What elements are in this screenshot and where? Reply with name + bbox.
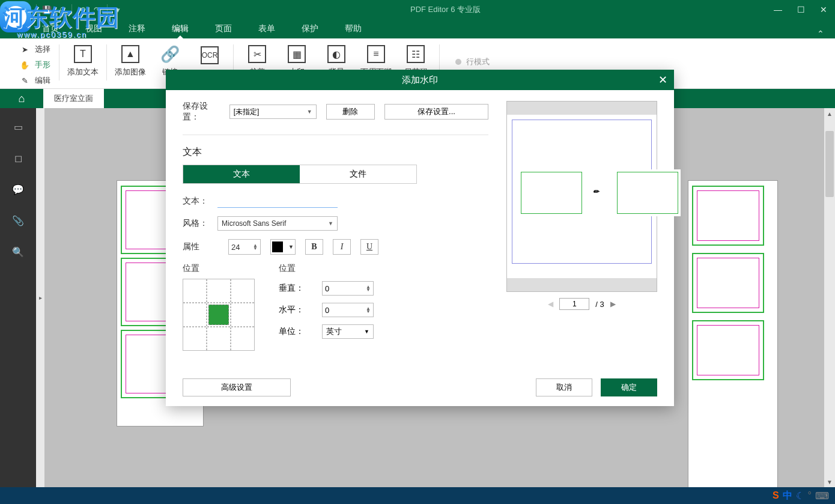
side-panel: ▭ ◻ 💬 📎 🔍 xyxy=(0,108,36,487)
ocr-icon: OCR xyxy=(201,46,219,64)
position-grid-label: 位置 xyxy=(183,263,255,274)
print-icon[interactable]: 🖨 xyxy=(55,3,68,16)
source-tabs: 文本 文件 xyxy=(183,165,417,184)
edit-icon: ✎ xyxy=(19,75,30,86)
comments-icon[interactable]: 💬 xyxy=(11,183,25,196)
bookmarks-icon[interactable]: ◻ xyxy=(11,151,25,165)
hand-tool[interactable]: ✋ 手形 xyxy=(14,58,55,72)
add-watermark-dialog: 添加水印 ✕ 保存设置： [未指定]▼ 删除 保存设置... 文本 文本 文件 xyxy=(166,70,674,406)
text-icon: T xyxy=(74,45,92,63)
line-mode-toggle[interactable]: 行模式 xyxy=(443,38,490,67)
headerfooter-icon: ≡ xyxy=(367,45,385,63)
page-total-label: / 3 xyxy=(595,300,604,309)
menu-edit[interactable]: 编辑 xyxy=(159,19,202,38)
maximize-button[interactable]: ☐ xyxy=(789,0,812,19)
bold-button[interactable]: B xyxy=(305,239,323,255)
undo-icon[interactable]: ↶ xyxy=(76,3,89,16)
redo-icon[interactable]: ↷ xyxy=(90,3,103,16)
dialog-title: 添加水印 ✕ xyxy=(166,70,674,90)
vertical-scrollbar[interactable]: ▲ ▼ xyxy=(824,108,835,487)
delete-button[interactable]: 删除 xyxy=(326,104,375,120)
underline-button[interactable]: U xyxy=(360,239,378,255)
font-size-spinner[interactable]: 24 ▲▼ xyxy=(228,239,261,255)
ime-moon-icon[interactable]: ☾ xyxy=(796,490,804,502)
search-icon[interactable]: 🔍 xyxy=(11,245,25,258)
hand-icon: ✋ xyxy=(19,59,30,70)
vertical-offset-spinner[interactable]: 0▲▼ xyxy=(322,281,374,296)
menubar: 首页 视图 注释 编辑 页面 表单 保护 帮助 ⌃ xyxy=(0,19,835,38)
position-grid[interactable] xyxy=(183,279,255,351)
menu-form[interactable]: 表单 xyxy=(245,19,288,38)
color-swatch xyxy=(272,241,283,252)
bates-icon: ☷ xyxy=(407,45,425,63)
save-setting-dropdown[interactable]: [未指定]▼ xyxy=(229,105,317,119)
panel-expand[interactable]: ▸ xyxy=(36,108,44,487)
attachments-icon[interactable]: 📎 xyxy=(11,214,25,227)
menu-help[interactable]: 帮助 xyxy=(332,19,375,38)
ribbon-collapse-icon[interactable]: ⌃ xyxy=(806,29,835,38)
ime-keyboard-icon[interactable]: ⌨ xyxy=(815,490,829,502)
background-icon: ◐ xyxy=(327,45,345,63)
link-icon: 🔗 xyxy=(161,45,179,63)
font-family-dropdown[interactable]: Microsoft Sans Serif▼ xyxy=(217,216,338,231)
cancel-button[interactable]: 取消 xyxy=(536,378,592,396)
app-title: PDF Editor 6 专业版 xyxy=(124,4,767,15)
radio-icon xyxy=(455,59,461,65)
ime-widget: S 中 ☾ ° ⌨ xyxy=(767,487,835,504)
menu-home[interactable]: 首页 xyxy=(29,19,72,38)
style-label: 风格： xyxy=(183,218,208,229)
save-settings-button[interactable]: 保存设置... xyxy=(384,104,488,120)
menu-protect[interactable]: 保护 xyxy=(288,19,332,38)
save-setting-label: 保存设置： xyxy=(183,101,220,123)
select-tool[interactable]: ➤ 选择 xyxy=(14,42,55,56)
font-color-button[interactable]: ▼ xyxy=(270,239,296,255)
qat-dropdown-icon[interactable]: ▾ xyxy=(111,3,124,16)
watermark-icon: ▦ xyxy=(288,45,306,63)
watermark-text-input[interactable] xyxy=(217,195,338,208)
close-button[interactable]: ✕ xyxy=(812,0,835,19)
menu-view[interactable]: 视图 xyxy=(72,19,115,38)
unit-dropdown[interactable]: 英寸▼ xyxy=(322,324,374,339)
tab-text[interactable]: 文本 xyxy=(183,165,300,183)
page-number-input[interactable]: 1 xyxy=(559,298,589,310)
preview-pager: ◀ 1 / 3 ▶ xyxy=(506,298,657,310)
add-image-button[interactable]: ▲ 添加图像 xyxy=(111,38,150,84)
document-tab[interactable]: 医疗室立面 xyxy=(43,89,104,108)
position-anchor[interactable] xyxy=(208,305,229,325)
ime-sogou-icon[interactable]: S xyxy=(773,490,779,501)
dialog-close-button[interactable]: ✕ xyxy=(655,72,670,88)
add-text-button[interactable]: T 添加文本 xyxy=(63,38,103,84)
position-offset-label: 位置 xyxy=(279,263,374,274)
italic-button[interactable]: I xyxy=(333,239,351,255)
image-icon: ▲ xyxy=(121,45,139,63)
menu-page[interactable]: 页面 xyxy=(202,19,245,38)
page-prev-button[interactable]: ◀ xyxy=(548,300,553,308)
ok-button[interactable]: 确定 xyxy=(601,378,657,396)
tab-home[interactable]: ⌂ xyxy=(0,89,43,108)
unit-label: 单位： xyxy=(279,326,304,337)
document-page xyxy=(688,180,778,487)
site-logo xyxy=(0,1,31,32)
ime-language-icon[interactable]: 中 xyxy=(783,490,792,502)
horizontal-label: 水平： xyxy=(279,305,304,315)
save-icon[interactable]: 💾 xyxy=(40,3,53,16)
titlebar: 📄 🗂 💾 🖨 ↶ ↷ ▾ PDF Editor 6 专业版 — ☐ ✕ xyxy=(0,0,835,19)
section-text: 文本 xyxy=(183,146,488,159)
thumbnails-icon[interactable]: ▭ xyxy=(11,120,25,133)
advanced-settings-button[interactable]: 高级设置 xyxy=(183,378,291,396)
horizontal-offset-spinner[interactable]: 0▲▼ xyxy=(322,303,374,317)
vertical-label: 垂直： xyxy=(279,283,304,294)
preview-pane: ✏︎ xyxy=(506,101,657,292)
menu-comment[interactable]: 注释 xyxy=(115,19,159,38)
attributes-label: 属性 xyxy=(183,241,199,252)
minimize-button[interactable]: — xyxy=(767,0,789,19)
page-next-button[interactable]: ▶ xyxy=(610,300,616,308)
cursor-icon: ➤ xyxy=(19,44,30,55)
edit-tool[interactable]: ✎ 编辑 xyxy=(14,73,55,88)
crop-icon: ✂ xyxy=(248,45,266,63)
text-field-label: 文本： xyxy=(183,196,208,207)
ime-punctuation-icon[interactable]: ° xyxy=(808,490,812,501)
tab-file[interactable]: 文件 xyxy=(300,165,416,183)
